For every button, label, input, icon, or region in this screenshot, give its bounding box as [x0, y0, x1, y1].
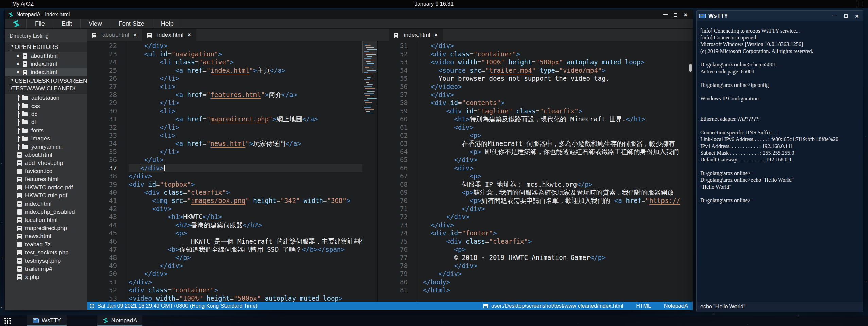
close-tab-icon[interactable]: × [133, 32, 136, 38]
scrollbar-thumb[interactable] [689, 64, 692, 72]
status-language[interactable]: HTML [636, 303, 651, 309]
tree-file-teabag.7z[interactable]: teabag.7z [5, 241, 87, 249]
tab-index.html[interactable]: index.html× [389, 29, 443, 41]
taskbar-item-notepada[interactable]: NotepadA [97, 315, 143, 326]
menu-view[interactable]: View [81, 19, 110, 28]
minimize-button[interactable] [832, 16, 836, 16]
code-line[interactable]: </li> [129, 74, 377, 82]
tree-file-news.html[interactable]: news.html [5, 232, 87, 241]
code-line[interactable]: 伺服器 IP 地址為： mcs.hkwtc.org</p> [423, 180, 693, 188]
code-line[interactable]: </div> [129, 164, 377, 172]
tree-file-test_sockets.php[interactable]: test_sockets.php [5, 249, 87, 257]
maximize-button[interactable] [844, 14, 848, 18]
code-line[interactable]: <div class="container"> [423, 50, 693, 58]
code-line[interactable]: </video> [423, 82, 693, 91]
start-menu-button[interactable] [0, 315, 16, 326]
code-line[interactable]: <div class="clearfix"> [129, 188, 377, 196]
tree-file-about.html[interactable]: about.html [5, 151, 87, 159]
close-button[interactable]: × [855, 14, 859, 18]
close-button[interactable]: × [684, 13, 687, 17]
tab-about.html[interactable]: about.html× [87, 29, 142, 41]
open-editor-item[interactable]: ×index.html [5, 60, 87, 68]
code-line[interactable]: Your browser does not support the video … [423, 74, 693, 82]
menu-font-size[interactable]: Font Size [110, 19, 153, 28]
editor-pane-right[interactable]: 5152535455565758596061626364656667686970… [378, 41, 693, 302]
code-line[interactable]: <source src="trailer.mp4" type="video/mp… [423, 66, 693, 74]
tree-folder-fonts[interactable]: ▶fonts [5, 127, 87, 135]
tree-folder-dc[interactable]: ▶dc [5, 110, 87, 118]
code-line[interactable]: <p> [423, 172, 693, 180]
code-line[interactable]: </html> [423, 286, 693, 294]
tree-file-index.html[interactable]: index.html [5, 200, 87, 208]
close-tab-icon[interactable]: × [434, 32, 437, 38]
tree-folder-dl[interactable]: ▶dl [5, 118, 87, 127]
code-line[interactable]: </div> [129, 270, 377, 278]
code-line[interactable]: <b>你知道我們全線伺服器已轉用 SSD 了嗎？</b></span> [129, 245, 377, 253]
open-editor-item[interactable]: ×index.html [5, 68, 87, 76]
code-line[interactable]: </div> [129, 262, 377, 270]
code-line[interactable]: </ul> [129, 156, 377, 164]
code-line[interactable]: </div> [423, 91, 693, 99]
hamburger-menu-icon[interactable] [856, 2, 864, 6]
code-line[interactable]: <div id="footer"> [423, 229, 693, 237]
code-line[interactable]: <p>請注意，我們的伺服器為確保玩家及遊玩時的質素，我們對的服器開啟 [423, 188, 693, 196]
notepada-menubar-logo[interactable] [5, 19, 27, 28]
code-line[interactable]: </p> [129, 253, 377, 262]
tab-index.html[interactable]: index.html× [142, 29, 196, 41]
code-line[interactable]: </div> [129, 278, 377, 286]
editor-pane-left[interactable]: 2223242526272829303132333435363738394041… [87, 41, 378, 302]
save-icon[interactable] [483, 304, 488, 308]
tree-file-index.php_disabled[interactable]: index.php_disabled [5, 208, 87, 216]
vertical-scrollbar[interactable] [688, 41, 693, 302]
code-line[interactable]: <a href="index.html">主頁</a> [129, 66, 377, 74]
tree-file-trailer.mp4[interactable]: trailer.mp4 [5, 265, 87, 273]
code-line[interactable]: <p> 即使你不是建築師，你也能透過紅石師或鐵路工程師的身份加入我們 [423, 148, 693, 156]
minimap[interactable] [362, 41, 377, 302]
close-editor-icon[interactable]: × [16, 70, 19, 75]
tree-file-mapredirect.php[interactable]: mapredirect.php [5, 224, 87, 232]
tree-file-HKWTC notice.pdf[interactable]: HKWTC notice.pdf [5, 184, 87, 192]
code-line[interactable]: </div> [423, 213, 693, 221]
minimize-button[interactable] [663, 14, 668, 15]
code-line[interactable]: <div class="clearfix"> [423, 237, 693, 245]
code-line[interactable]: <a href="features.html">簡介</a> [129, 91, 377, 99]
open-editor-item[interactable]: ×about.html [5, 52, 87, 60]
menu-file[interactable]: File [27, 19, 53, 28]
code-line[interactable]: </li> [129, 148, 377, 156]
code-line[interactable]: <li class="active"> [129, 58, 377, 66]
code-line[interactable]: <div id="topbox"> [129, 180, 377, 188]
maximize-button[interactable] [674, 13, 677, 17]
code-line[interactable]: <a href="mapredirect.php">網上地圖</a> [129, 115, 377, 123]
code-line[interactable]: </div> [423, 270, 693, 278]
code-line[interactable]: <img src="images/box.png" height="342" w… [129, 196, 377, 205]
tree-file-location.html[interactable]: location.html [5, 216, 87, 224]
terminal-output[interactable]: [info] Conencting to arozos WsTTY servic… [697, 21, 863, 302]
code-line[interactable]: </div> [423, 205, 693, 213]
code-line[interactable]: <div> [129, 205, 377, 213]
code-line[interactable]: <h1>HKWTC</h1> [129, 213, 377, 221]
code-area[interactable]: </div> <ul id="navigation"> <li class="a… [125, 41, 377, 302]
code-line[interactable]: <a href="news.html">玩家傳送門</a> [129, 139, 377, 148]
code-line[interactable]: <h1>特別為建築及鐵路而設，現代化的 Minecraft 世界.</h1> [423, 115, 693, 123]
tree-file-x.php[interactable]: x.php [5, 273, 87, 281]
taskbar-item-wstty[interactable]: WsTTY [27, 315, 67, 326]
code-line[interactable]: 在香港的Minecraft 伺服器中，多為小遊戲和純生存的伺服器，較少擁有 [423, 139, 693, 148]
code-line[interactable]: <li> [129, 107, 377, 115]
code-line[interactable]: <div> [423, 164, 693, 172]
tree-folder-css[interactable]: ▶css [5, 102, 87, 110]
workspace-header[interactable]: ▼ USER:/DESKTOP/SCREENSHOT /TEST/WWW CLE… [5, 76, 87, 94]
code-line[interactable]: HKWTC 是一個 Minecraft 的建築伺服器，主要建築計劃包括鐵路 [129, 237, 377, 245]
code-line[interactable]: </div> [129, 42, 377, 50]
tree-folder-yamiyamimi[interactable]: ▶yamiyamimi [5, 143, 87, 151]
code-line[interactable]: <div class="container"> [129, 286, 377, 294]
code-line[interactable]: <div> [423, 123, 693, 131]
code-line[interactable]: </div> [129, 172, 377, 180]
code-line[interactable]: <div id="tagline" class="clearfix"> [423, 107, 693, 115]
code-line[interactable]: </div> [423, 262, 693, 270]
code-line[interactable]: <p> [423, 245, 693, 253]
code-line[interactable]: <li> [129, 131, 377, 139]
code-line[interactable]: </div> [423, 221, 693, 229]
tree-file-testmysql.php[interactable]: testmysql.php [5, 257, 87, 265]
code-area[interactable]: </div> <div class="container"> <video wi… [416, 41, 693, 302]
code-line[interactable]: <p> [129, 229, 377, 237]
